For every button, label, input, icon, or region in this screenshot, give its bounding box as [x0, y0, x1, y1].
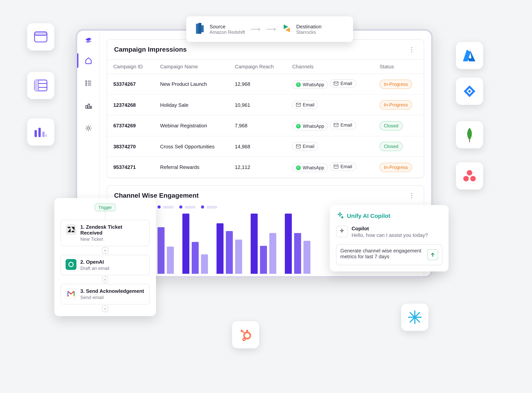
- cell-id: 67374269: [107, 115, 154, 136]
- cell-status: In-Progress: [373, 74, 424, 94]
- window-tile-icon: [27, 23, 54, 50]
- email-icon: [296, 103, 301, 107]
- channel-chip: Email: [292, 142, 318, 151]
- flow-step[interactable]: 3. Send AcknowledgementSend email: [61, 284, 150, 305]
- svg-point-31: [86, 85, 86, 85]
- cell-name: Cross Sell Opportunities: [154, 136, 228, 157]
- asana-icon: [456, 162, 483, 190]
- cell-status: In-Progress: [373, 94, 424, 115]
- svg-rect-9: [42, 132, 45, 137]
- mongodb-icon: [456, 121, 483, 148]
- chart-bar: [285, 214, 292, 274]
- sidebar-item-analytics[interactable]: [79, 98, 98, 113]
- cell-channels: ✆WhatsAppEmail: [286, 74, 373, 94]
- openai-icon: [66, 259, 77, 270]
- whatsapp-icon: ✆: [296, 124, 301, 128]
- column-header: Channels: [286, 60, 373, 74]
- status-badge: In-Progress: [380, 100, 412, 109]
- status-badge: In-Progress: [380, 79, 412, 89]
- chart-bar: [201, 254, 208, 274]
- column-header: Campaign Reach: [228, 60, 286, 74]
- svg-point-12: [467, 170, 472, 176]
- destination-label: Destination: [296, 24, 321, 29]
- table-row[interactable]: 38374270Cross Sell Opportunities14,968Em…: [107, 136, 424, 157]
- step-title: 1. Zendesk Ticket Received: [80, 224, 145, 236]
- flow-step[interactable]: 2. OpenAIDraft an email: [61, 255, 150, 275]
- app-logo-icon: [84, 36, 93, 45]
- table-row[interactable]: 67374269Webinar Registration7,968✆WhatsA…: [107, 115, 424, 136]
- table-row[interactable]: 53374267New Product Launch12,968✆WhatsAp…: [107, 74, 424, 94]
- copilot-send-button[interactable]: [427, 249, 438, 260]
- copilot-bot-msg: Hello, how can I assist you today?: [352, 232, 428, 238]
- table-tile-icon: [27, 72, 54, 99]
- workflow-panel: Trigger 1. Zendesk Ticket ReceivedNew Ti…: [54, 198, 156, 316]
- chart-bar: [251, 214, 258, 274]
- cell-reach: 14,968: [228, 136, 286, 157]
- chart-bar: [158, 227, 164, 274]
- email-icon: [334, 82, 339, 85]
- redshift-icon: [194, 22, 206, 36]
- chart-bar: [304, 241, 310, 274]
- svg-rect-35: [90, 106, 91, 108]
- chart-cluster: [182, 214, 208, 274]
- cell-name: Referral Rewards: [154, 157, 228, 178]
- snowflake-icon: [401, 304, 428, 331]
- svg-rect-1: [34, 32, 47, 35]
- add-step-button[interactable]: +: [102, 306, 108, 312]
- svg-rect-33: [86, 106, 87, 108]
- source-destination-popover: Source Amazon Redshift ⟶ ⟶ Destination S…: [186, 16, 353, 42]
- campaigns-title: Campaign Impressions: [114, 46, 187, 53]
- chart-bar: [182, 214, 189, 274]
- copilot-input-box: [336, 244, 442, 265]
- svg-rect-10: [45, 134, 47, 137]
- step-subtitle: Send email: [80, 295, 144, 300]
- source-label: Source: [209, 24, 245, 29]
- cell-status: Closed: [373, 136, 424, 157]
- sidebar-item-settings[interactable]: [79, 121, 98, 136]
- email-icon: [334, 165, 339, 168]
- svg-point-26: [414, 316, 416, 319]
- column-header: Status: [373, 60, 424, 74]
- channel-chip: ✆WhatsApp: [292, 122, 328, 130]
- chart-bar: [192, 242, 199, 274]
- cell-name: New Product Launch: [154, 74, 228, 94]
- flow-step[interactable]: 1. Zendesk Ticket ReceivedNew Ticket: [61, 220, 150, 246]
- whatsapp-icon: ✆: [296, 82, 301, 87]
- add-step-button[interactable]: +: [102, 247, 108, 254]
- sidebar-item-home[interactable]: [79, 53, 98, 68]
- add-step-button[interactable]: +: [102, 276, 108, 283]
- cell-channels: Email: [286, 94, 373, 115]
- copilot-input[interactable]: [340, 248, 424, 262]
- engagement-menu-button[interactable]: ⋮: [407, 190, 417, 201]
- table-row[interactable]: 12374268Holiday Sale10,961EmailIn-Progre…: [107, 94, 424, 115]
- copilot-title: Unify AI Copilot: [347, 212, 390, 219]
- trigger-badge: Trigger: [95, 203, 116, 211]
- svg-rect-6: [34, 80, 39, 91]
- table-row[interactable]: 95374271Referral Rewards12,112✆WhatsAppE…: [107, 157, 424, 178]
- svg-point-13: [463, 176, 469, 181]
- campaigns-menu-button[interactable]: ⋮: [407, 44, 417, 55]
- jira-icon: [456, 78, 483, 105]
- chart-bar: [235, 240, 242, 274]
- gmail-icon: [66, 288, 77, 299]
- chart-cluster: [217, 223, 242, 274]
- cell-id: 12374268: [107, 94, 154, 115]
- status-badge: Closed: [380, 142, 403, 151]
- status-badge: Closed: [380, 121, 403, 130]
- cell-status: In-Progress: [373, 157, 424, 178]
- sidebar-item-list[interactable]: [79, 76, 98, 90]
- chart-bar: [269, 233, 276, 274]
- svg-rect-8: [39, 128, 41, 137]
- svg-line-19: [242, 331, 245, 334]
- cell-id: 38374270: [107, 136, 154, 157]
- campaigns-card: Campaign Impressions ⋮ Campaign IDCampai…: [107, 39, 424, 178]
- channel-chip: Email: [330, 121, 356, 129]
- svg-rect-34: [88, 104, 89, 108]
- campaigns-table: Campaign IDCampaign NameCampaign ReachCh…: [107, 59, 424, 178]
- chart-bar: [167, 247, 174, 274]
- chart-bar: [217, 223, 223, 274]
- chart-cluster: [285, 214, 310, 274]
- cell-id: 95374271: [107, 157, 154, 178]
- channel-chip: Email: [330, 79, 356, 88]
- whatsapp-icon: ✆: [296, 165, 301, 170]
